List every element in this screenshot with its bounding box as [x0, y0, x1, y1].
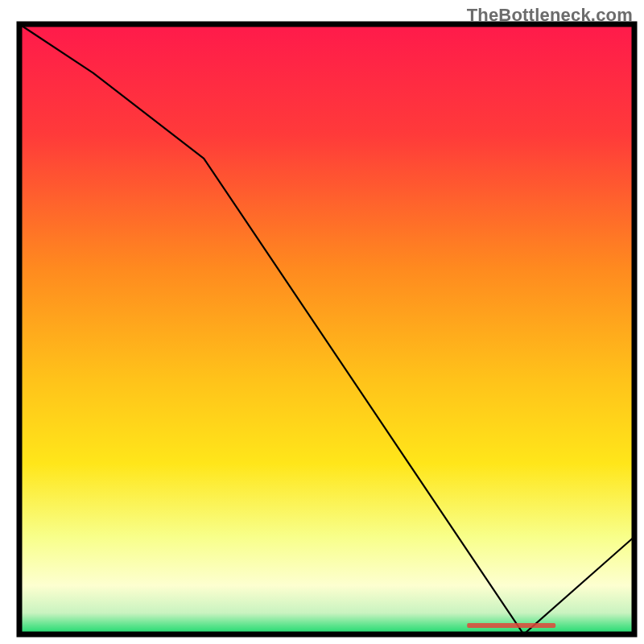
watermark-text: TheBottleneck.com — [467, 5, 633, 26]
plot-background — [19, 24, 634, 634]
bottleneck-chart — [0, 0, 644, 644]
chart-container: TheBottleneck.com — [0, 0, 644, 644]
valley-marker — [467, 623, 555, 628]
